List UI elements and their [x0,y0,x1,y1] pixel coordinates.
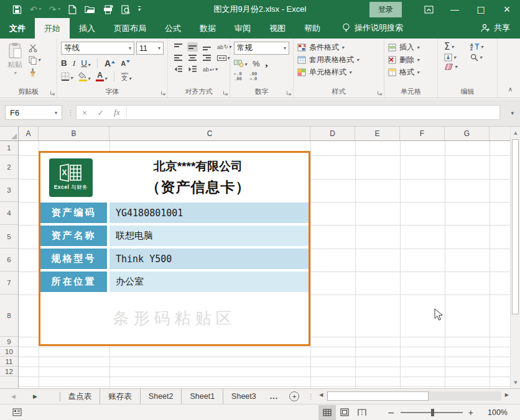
share-button[interactable]: 共享 [480,22,510,39]
scroll-down-button[interactable]: ▼ [511,377,520,388]
decrease-decimal-button[interactable]: .00→.0 [249,72,258,81]
tab-review[interactable]: 审阅 [225,18,260,39]
merge-center-button[interactable]: ▾ [216,53,231,63]
autosum-button[interactable]: Σ▾ [444,42,467,52]
tab-insert[interactable]: 插入 [70,18,104,39]
comma-style-button[interactable]: , [266,58,268,69]
dialog-launcher-styles[interactable] [377,90,383,96]
sort-filter-button[interactable]: AZ▾ [470,42,493,52]
align-right-button[interactable] [202,53,212,63]
signin-button[interactable]: 登录 [369,2,402,17]
number-format-combo[interactable]: 常规▾ [234,42,289,55]
field-value-location[interactable]: 办公室 [109,272,309,292]
scroll-right-button[interactable]: ▶ [505,392,509,398]
column-header-G[interactable]: G [445,127,490,140]
zoom-slider[interactable] [401,412,463,413]
formula-input[interactable] [128,106,499,119]
tab-file[interactable]: 文件 [0,18,35,39]
cell-styles-button[interactable]: 单元格样式▾ [297,67,380,78]
font-size-combo[interactable]: 11▾ [136,42,164,55]
vertical-scroll-thumb[interactable] [512,139,519,314]
dialog-launcher-number[interactable] [286,90,292,96]
format-painter-icon[interactable] [29,68,40,77]
column-header-A[interactable]: A [19,127,39,140]
paste-button[interactable]: 粘贴 ▾ [1,40,29,88]
row-header-9[interactable]: 9 [0,337,18,347]
cut-button[interactable] [29,44,40,52]
row-header-4[interactable]: 4 [0,202,18,225]
horizontal-scrollbar[interactable]: ◀ ▶ [317,389,510,404]
sheet-tab-sheet1[interactable]: Sheet1 [182,389,223,404]
align-bottom-button[interactable] [202,42,212,52]
maximize-button[interactable]: □ [468,0,494,19]
align-center-button[interactable] [187,53,198,63]
column-header-D[interactable]: D [310,127,355,140]
view-page-layout-button[interactable] [336,405,353,420]
tab-view[interactable]: 视图 [260,18,295,39]
underline-button[interactable]: U▾ [81,59,90,68]
align-middle-button[interactable] [187,42,198,52]
insert-cells-button[interactable]: 插入▾ [388,42,434,53]
enter-button[interactable]: ✓ [93,108,109,117]
align-left-button[interactable] [173,53,183,63]
tab-help[interactable]: 帮助 [295,18,330,39]
paste-dropdown-icon[interactable]: ▾ [14,71,16,76]
row-header-5[interactable]: 5 [0,225,18,249]
close-button[interactable]: × [494,0,520,19]
conditional-formatting-button[interactable]: 条件格式▾ [297,42,380,53]
select-all-button[interactable] [0,127,19,141]
row-header-3[interactable]: 3 [0,179,18,202]
zoom-in-button[interactable]: + [465,408,476,418]
delete-cells-button[interactable]: 删除▾ [388,55,434,65]
collapse-ribbon-button[interactable]: ∧ [508,86,513,93]
new-file-icon[interactable] [68,5,77,14]
sheet-tabs-overflow[interactable]: ... [264,392,284,401]
dialog-launcher-clipboard[interactable] [50,90,55,96]
insert-function-button[interactable]: fx [109,107,125,117]
undo-icon[interactable]: ↶▾ [30,5,41,14]
cancel-button[interactable]: × [77,108,93,117]
fill-color-button[interactable]: ▾ [78,72,90,81]
zoom-level[interactable]: 100% [484,408,508,417]
redo-icon[interactable]: ↷▾ [49,5,60,14]
format-cells-button[interactable]: 格式▾ [388,67,434,78]
percent-style-button[interactable]: % [253,59,260,68]
fill-button[interactable]: ▾ [444,53,467,62]
view-page-break-button[interactable] [353,405,371,420]
tab-formulas[interactable]: 公式 [156,18,190,39]
sheet-tab-pandianbiao[interactable]: 盘点表 [60,389,101,404]
row-header-12[interactable]: 12 [0,367,18,377]
sheet-tab-sheet3[interactable]: Sheet3 [223,389,264,404]
format-as-table-button[interactable]: 套用表格格式▾ [297,55,380,65]
phonetic-guide-button[interactable]: wén文▾ [121,72,131,81]
vertical-scrollbar[interactable]: ▲ ▼ [510,127,520,388]
sheet-tab-zhangcunbiao[interactable]: 账存表 [100,389,141,404]
find-select-button[interactable]: ▾ [470,53,493,62]
borders-button[interactable]: ▾ [61,72,73,81]
sheet-prev-button[interactable]: ◀ [11,393,16,399]
font-name-combo[interactable]: 等线▾ [61,42,134,55]
dialog-launcher-alignment[interactable] [223,90,228,96]
field-value-asset-code[interactable]: YG4180801001 [109,203,309,223]
row-header-11[interactable]: 11 [0,357,18,367]
copy-button[interactable]: ▾ [29,56,40,65]
expand-formula-bar-button[interactable]: ▾ [511,110,514,116]
asset-card[interactable]: X Excel 与财务 北京****有限公司 （资产信息卡） 资产编码 YG41… [39,151,310,346]
italic-button[interactable]: I [73,59,76,68]
decrease-font-button[interactable]: A [121,60,130,67]
column-header-C[interactable]: C [109,127,310,140]
column-header-B[interactable]: B [39,127,109,140]
ribbon-display-options-button[interactable] [416,0,442,19]
qat-customize-icon[interactable]: ▾ [138,6,141,12]
save-icon[interactable] [12,5,22,14]
align-top-button[interactable] [173,42,183,52]
name-box[interactable]: F6▾ [5,105,62,120]
field-value-asset-name[interactable]: 联想电脑 [109,226,309,246]
field-value-model[interactable]: Think Y500 [109,249,309,269]
macro-record-icon[interactable] [12,408,22,416]
scroll-up-button[interactable]: ▲ [511,127,520,138]
open-file-icon[interactable] [85,5,95,14]
redo-dropdown-icon[interactable]: ▾ [57,7,60,12]
tab-scroll-splitter[interactable]: ⋮ [307,393,314,401]
row-header-8[interactable]: 8 [0,294,18,337]
